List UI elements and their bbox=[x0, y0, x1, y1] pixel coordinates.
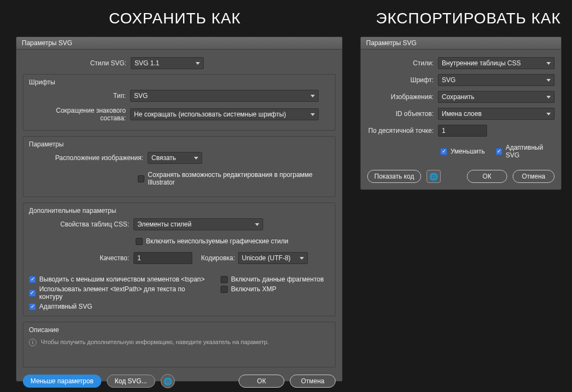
ok-button-right[interactable]: ОК bbox=[467, 170, 507, 183]
checkbox-icon bbox=[440, 148, 447, 155]
font-select[interactable]: SVG bbox=[438, 74, 555, 86]
checkbox-icon bbox=[496, 148, 502, 155]
subset-select[interactable]: Не сокращать (использовать системные шри… bbox=[130, 108, 319, 120]
image-location-label: Расположение изображения: bbox=[29, 154, 148, 162]
fewer-tspan-label: Выводить с меньшим количеством элементов… bbox=[39, 275, 205, 283]
include-slice-checkbox[interactable]: Включить данные фрагментов bbox=[221, 275, 330, 283]
images-value: Сохранить bbox=[442, 93, 474, 101]
checkbox-icon bbox=[221, 276, 228, 283]
params-group-title: Параметры bbox=[29, 140, 330, 148]
export-as-button-row: Показать код 🌐 ОК Отмена bbox=[367, 170, 555, 183]
subset-value: Не сокращать (использовать системные шри… bbox=[134, 111, 286, 118]
obj-ids-value: Имена слоев bbox=[442, 110, 482, 118]
obj-ids-label: ID объектов: bbox=[367, 110, 438, 118]
responsive-checkbox[interactable]: Адаптивный SVG bbox=[29, 303, 210, 310]
svg-styles-label: Стили SVG: bbox=[23, 59, 131, 67]
responsive-label: Адаптивный SVG bbox=[39, 303, 92, 310]
responsive-label-right: Адаптивный SVG bbox=[506, 144, 555, 159]
minify-checkbox[interactable]: Уменьшить bbox=[440, 148, 485, 155]
css-props-label: Свойства таблиц CSS: bbox=[29, 220, 133, 228]
globe-icon: 🌐 bbox=[163, 377, 172, 385]
type-value: SVG bbox=[134, 92, 148, 100]
export-as-panel: Параметры SVG Стили: Внутренние таблицы … bbox=[361, 37, 561, 189]
css-props-select[interactable]: Элементы стилей bbox=[133, 218, 263, 230]
cancel-button-right[interactable]: Отмена bbox=[513, 170, 555, 183]
subset-label: Сокращение знакового состава: bbox=[29, 107, 130, 122]
globe-icon: 🌐 bbox=[429, 173, 438, 181]
encoding-select[interactable]: Unicode (UTF-8) bbox=[238, 252, 308, 264]
globe-button[interactable]: 🌐 bbox=[161, 374, 175, 388]
cancel-button[interactable]: Отмена bbox=[290, 375, 336, 388]
image-location-value: Связать bbox=[151, 154, 176, 162]
checkbox-icon bbox=[221, 286, 228, 293]
fonts-group: Шрифты Тип: SVG Сокращение знакового сос… bbox=[23, 74, 336, 131]
checkbox-icon bbox=[138, 175, 144, 182]
fonts-group-title: Шрифты bbox=[29, 78, 330, 86]
quality-input[interactable] bbox=[133, 252, 192, 264]
encoding-value: Unicode (UTF-8) bbox=[242, 254, 290, 262]
type-select[interactable]: SVG bbox=[130, 90, 319, 102]
css-props-value: Элементы стилей bbox=[137, 220, 192, 228]
include-unused-label: Включить неиспользуемые графические стил… bbox=[146, 237, 288, 245]
type-label: Тип: bbox=[29, 92, 130, 100]
checkbox-icon bbox=[29, 290, 36, 297]
checkbox-icon bbox=[29, 276, 36, 283]
obj-ids-select[interactable]: Имена слоев bbox=[438, 108, 555, 120]
include-unused-checkbox[interactable]: Включить неиспользуемые графические стил… bbox=[136, 237, 288, 245]
svg-styles-value: SVG 1.1 bbox=[135, 59, 159, 67]
responsive-checkbox-right[interactable]: Адаптивный SVG bbox=[496, 144, 555, 159]
minify-label: Уменьшить bbox=[451, 148, 485, 155]
font-label: Шрифт: bbox=[367, 76, 438, 84]
description-text: Чтобы получить дополнительную информацию… bbox=[41, 339, 269, 345]
info-icon: i bbox=[29, 339, 36, 346]
fewer-tspan-checkbox[interactable]: Выводить с меньшим количеством элементов… bbox=[29, 275, 210, 283]
params-group: Параметры Расположение изображения: Связ… bbox=[23, 136, 336, 197]
include-slice-label: Включить данные фрагментов bbox=[231, 275, 324, 283]
use-textpath-checkbox[interactable]: Использовать элемент <textPath> для текс… bbox=[29, 285, 210, 301]
include-xmp-checkbox[interactable]: Включить XMP bbox=[221, 285, 330, 293]
description-group: Описание i Чтобы получить дополнительную… bbox=[23, 322, 336, 367]
images-select[interactable]: Сохранить bbox=[438, 91, 555, 103]
save-as-panel: Параметры SVG Стили SVG: SVG 1.1 Шрифты … bbox=[16, 37, 342, 381]
preserve-editing-label: Сохранять возможность редактирования в п… bbox=[148, 171, 330, 186]
show-code-button[interactable]: Показать код bbox=[367, 170, 421, 183]
checkbox-icon bbox=[136, 238, 143, 245]
less-params-button[interactable]: Меньше параметров bbox=[23, 375, 101, 388]
styles-select[interactable]: Внутренние таблицы CSS bbox=[438, 57, 555, 69]
preserve-editing-checkbox[interactable]: Сохранять возможность редактирования в п… bbox=[138, 171, 330, 186]
styles-value: Внутренние таблицы CSS bbox=[442, 59, 521, 67]
save-as-button-row: Меньше параметров Код SVG... 🌐 ОК Отмена bbox=[23, 374, 336, 388]
images-label: Изображения: bbox=[367, 93, 438, 101]
description-group-title: Описание bbox=[29, 326, 330, 334]
heading-save-as: СОХРАНИТЬ КАК bbox=[109, 10, 241, 27]
styles-label: Стили: bbox=[367, 59, 438, 67]
use-textpath-label: Использовать элемент <textPath> для текс… bbox=[39, 285, 210, 301]
ok-button[interactable]: ОК bbox=[239, 375, 284, 388]
heading-export-as: ЭКСПОРТИРОВАТЬ КАК bbox=[376, 10, 561, 27]
decimal-input[interactable] bbox=[438, 125, 487, 137]
image-location-select[interactable]: Связать bbox=[148, 152, 202, 164]
save-as-titlebar: Параметры SVG bbox=[16, 37, 342, 50]
include-xmp-label: Включить XMP bbox=[231, 285, 276, 293]
checkbox-icon bbox=[29, 303, 36, 310]
encoding-label: Кодировка: bbox=[192, 254, 238, 262]
quality-label: Качество: bbox=[29, 254, 133, 262]
advanced-group: Дополнительные параметры Свойства таблиц… bbox=[23, 203, 336, 316]
svg-code-button[interactable]: Код SVG... bbox=[107, 375, 155, 388]
export-as-titlebar: Параметры SVG bbox=[361, 37, 561, 50]
font-value: SVG bbox=[442, 76, 455, 84]
globe-button-right[interactable]: 🌐 bbox=[427, 170, 441, 183]
svg-styles-select[interactable]: SVG 1.1 bbox=[131, 57, 204, 69]
advanced-group-title: Дополнительные параметры bbox=[29, 207, 330, 215]
decimal-label: По десятичной точке: bbox=[367, 127, 438, 134]
